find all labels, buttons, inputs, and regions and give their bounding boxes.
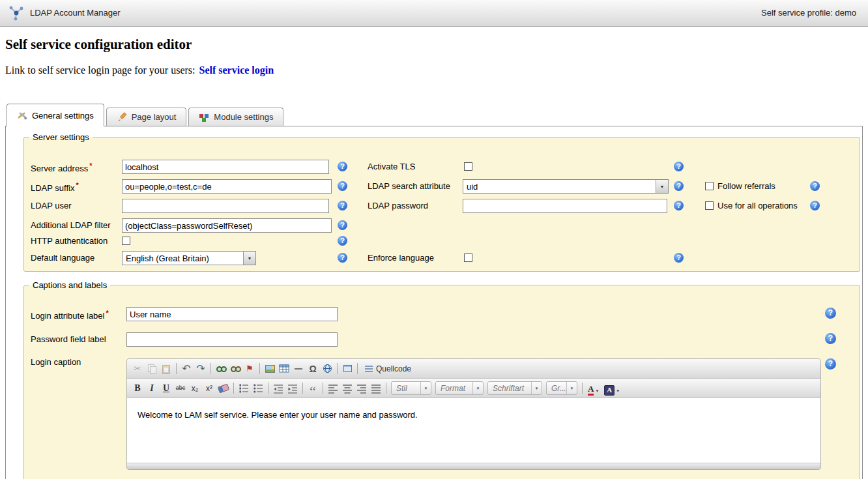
paste-icon[interactable] <box>159 362 173 376</box>
help-icon[interactable]: ? <box>674 201 684 210</box>
source-icon <box>365 366 373 372</box>
source-button[interactable]: Quellcode <box>360 362 416 376</box>
bold-icon[interactable]: B <box>130 381 145 396</box>
dropdown-label: Gr... <box>547 384 566 393</box>
toolbar-separator <box>268 383 268 394</box>
indent-icon[interactable] <box>285 381 300 396</box>
toolbar-separator <box>302 383 303 394</box>
table-icon[interactable] <box>277 362 291 376</box>
help-icon[interactable]: ? <box>338 201 347 210</box>
format-dropdown[interactable]: Format ▼ <box>435 381 484 395</box>
blockquote-icon[interactable]: “ <box>306 378 320 399</box>
default-language-label: Default language <box>31 253 94 263</box>
replace-icon[interactable] <box>228 362 242 376</box>
style-dropdown[interactable]: Stil ▼ <box>391 381 431 395</box>
subscript-icon[interactable]: x₂ <box>188 381 202 396</box>
spellcheck-flag-icon[interactable]: ⚑ <box>242 362 257 376</box>
help-icon[interactable]: ? <box>338 181 347 191</box>
server-address-label: Server address* <box>31 162 92 173</box>
enforce-language-checkbox[interactable] <box>464 254 472 262</box>
align-justify-icon[interactable] <box>369 381 383 396</box>
size-dropdown[interactable]: Gr... ▼ <box>546 381 577 395</box>
italic-icon[interactable]: I <box>145 381 159 396</box>
tab-module-settings[interactable]: Module settings <box>188 108 283 126</box>
dropdown-arrow-glyph: ▼ <box>660 184 665 189</box>
tab-label: General settings <box>32 111 94 121</box>
app-title: LDAP Account Manager <box>30 8 121 18</box>
background-color-icon[interactable]: A ▼ <box>601 381 622 396</box>
use-for-all-operations-checkbox[interactable] <box>705 201 714 210</box>
copy-icon[interactable] <box>145 362 159 376</box>
ldap-search-attribute-label: LDAP search attribute <box>368 181 450 191</box>
outdent-icon[interactable] <box>271 381 285 396</box>
globe-icon[interactable] <box>320 362 334 376</box>
bullet-list-icon[interactable] <box>251 381 265 396</box>
ldap-suffix-input[interactable] <box>122 179 332 194</box>
help-icon[interactable]: ? <box>338 220 347 230</box>
align-center-icon[interactable] <box>340 381 354 396</box>
special-character-icon[interactable]: Ω <box>306 362 320 376</box>
additional-ldap-filter-label: Additional LDAP filter <box>31 220 111 230</box>
help-icon[interactable]: ? <box>810 201 820 210</box>
http-authentication-checkbox[interactable] <box>122 237 130 245</box>
enforce-language-label: Enforce language <box>368 253 434 263</box>
additional-ldap-filter-input[interactable] <box>122 218 332 233</box>
align-left-icon[interactable] <box>326 381 340 396</box>
server-address-input[interactable] <box>122 160 329 174</box>
dropdown-label: Schriftart <box>488 384 531 393</box>
ldap-search-attribute-select[interactable]: uid ▼ <box>463 179 669 194</box>
default-language-select[interactable]: English (Great Britain) ▼ <box>122 251 256 265</box>
iframe-icon[interactable] <box>340 362 354 376</box>
strikethrough-icon[interactable]: abc <box>173 381 188 396</box>
dropdown-arrow-icon: ▼ <box>566 382 577 394</box>
profile-info: Self service profile: demo <box>761 8 856 18</box>
dropdown-arrow-glyph: ▼ <box>595 389 599 396</box>
undo-icon[interactable]: ↶ <box>179 362 194 376</box>
select-arrow-icon[interactable]: ▼ <box>243 252 255 265</box>
label-text: Login attribute label <box>31 311 104 321</box>
source-button-label: Quellcode <box>376 364 411 373</box>
text-color-icon[interactable]: A ▼ <box>585 381 601 396</box>
horizontal-rule-icon[interactable] <box>291 362 306 376</box>
self-service-login-link[interactable]: Self service login <box>199 65 274 76</box>
remove-format-icon[interactable] <box>216 381 231 396</box>
select-arrow-icon[interactable]: ▼ <box>656 180 668 193</box>
dropdown-arrow-icon: ▼ <box>472 382 483 394</box>
tools-icon <box>17 110 27 121</box>
editor-content[interactable]: Welcome to LAM self service. Please ente… <box>127 398 820 463</box>
help-icon[interactable]: ? <box>825 308 836 319</box>
select-value: uid <box>463 182 656 192</box>
help-icon[interactable]: ? <box>338 253 347 263</box>
editor-content-text: Welcome to LAM self service. Please ente… <box>137 410 418 420</box>
password-field-label-input[interactable] <box>126 332 338 347</box>
help-icon[interactable]: ? <box>825 333 836 344</box>
help-icon[interactable]: ? <box>674 162 684 171</box>
page-title: Self service configuration editor <box>5 36 192 53</box>
ldap-password-input[interactable] <box>463 199 667 213</box>
ldap-user-input[interactable] <box>122 199 329 213</box>
required-marker: * <box>106 309 108 317</box>
main-content: Server settings Server address* ? Activa… <box>5 126 863 479</box>
align-right-icon[interactable] <box>354 381 369 396</box>
help-icon[interactable]: ? <box>674 253 684 263</box>
underline-icon[interactable]: U <box>159 381 173 396</box>
superscript-icon[interactable]: x² <box>202 381 216 396</box>
help-icon[interactable]: ? <box>338 162 347 171</box>
help-icon[interactable]: ? <box>825 358 836 370</box>
help-icon[interactable]: ? <box>674 181 684 191</box>
login-attribute-label-input[interactable] <box>126 307 338 321</box>
help-icon[interactable]: ? <box>338 236 347 246</box>
cut-icon[interactable]: ✂ <box>130 362 145 376</box>
font-dropdown[interactable]: Schriftart ▼ <box>487 381 542 395</box>
follow-referrals-checkbox[interactable] <box>705 182 714 190</box>
activate-tls-checkbox[interactable] <box>464 162 472 171</box>
numbered-list-icon[interactable] <box>237 381 251 396</box>
redo-icon[interactable]: ↷ <box>194 362 208 376</box>
tab-general-settings[interactable]: General settings <box>7 104 104 126</box>
help-icon[interactable]: ? <box>810 181 820 191</box>
ldap-user-label: LDAP user <box>31 201 72 210</box>
tab-page-layout[interactable]: Page layout <box>106 108 187 126</box>
find-icon[interactable] <box>214 362 228 376</box>
image-icon[interactable] <box>263 362 277 376</box>
use-for-all-operations-label: Use for all operations <box>717 201 798 210</box>
